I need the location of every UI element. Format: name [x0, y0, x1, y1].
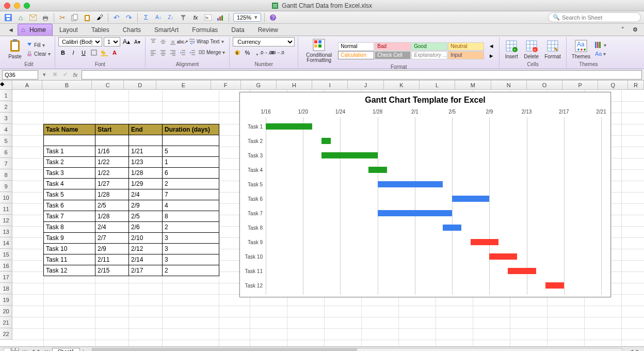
table-cell[interactable]	[129, 135, 163, 146]
show-formulas-icon[interactable]: fx	[203, 12, 213, 23]
zoom-selector[interactable]: 125%▾	[233, 13, 261, 22]
row-header[interactable]: 2	[0, 101, 12, 113]
themes-button[interactable]: AaThemes	[570, 38, 592, 60]
table-cell[interactable]: 2/14	[129, 254, 163, 265]
format-cells-button[interactable]: Format	[542, 38, 563, 60]
scroll-right-icon[interactable]: ▶	[635, 348, 642, 351]
gantt-bar[interactable]	[452, 196, 489, 202]
column-header[interactable]: H	[277, 81, 312, 90]
table-cell[interactable]	[95, 135, 129, 146]
align-top-icon[interactable]	[149, 37, 158, 46]
table-cell[interactable]: 1/23	[129, 157, 163, 168]
formula-input[interactable]	[82, 70, 642, 79]
cell-style-good[interactable]: Good	[411, 42, 447, 51]
insert-cells-button[interactable]: +Insert	[503, 38, 520, 60]
table-header[interactable]: Start	[95, 124, 129, 135]
decrease-font-icon[interactable]: A▾	[133, 37, 142, 46]
column-header[interactable]: B	[42, 81, 92, 90]
gantt-bar[interactable]	[378, 210, 452, 216]
column-header[interactable]: A	[12, 81, 42, 90]
row-header[interactable]: 19	[0, 294, 12, 306]
print-icon[interactable]	[40, 12, 51, 23]
row-header[interactable]: 11	[0, 203, 12, 215]
add-sheet-icon[interactable]: +	[81, 348, 87, 351]
table-cell[interactable]: 1/29	[129, 179, 163, 189]
fill-color-button[interactable]	[100, 48, 109, 57]
table-cell[interactable]: 2/9	[95, 244, 129, 254]
select-all-corner[interactable]: ◆	[0, 81, 12, 90]
undo-icon[interactable]: ↶	[111, 12, 122, 23]
column-header[interactable]: C	[92, 81, 124, 90]
gantt-bar[interactable]	[508, 268, 536, 274]
table-cell[interactable]: Task 12	[44, 265, 95, 276]
table-cell[interactable]: Task 2	[44, 157, 95, 168]
name-box[interactable]: Q36	[2, 70, 38, 79]
column-header[interactable]: O	[527, 81, 562, 90]
align-left-icon[interactable]	[149, 48, 158, 57]
delete-cells-button[interactable]: ×Delete	[522, 38, 541, 60]
gantt-bar[interactable]	[443, 225, 461, 231]
save-icon[interactable]	[3, 12, 13, 23]
cell-style-calculation[interactable]: Calculation	[338, 51, 374, 59]
table-cell[interactable]: 2/5	[95, 200, 129, 211]
column-header[interactable]: E	[156, 81, 211, 90]
table-cell[interactable]: 2/7	[95, 233, 129, 244]
orientation-icon[interactable]: abc↗	[178, 37, 187, 46]
cell-style-normal[interactable]: Normal	[338, 42, 374, 51]
ribbon-tab-home[interactable]: Home	[18, 24, 53, 36]
table-cell[interactable]: 1/22	[95, 157, 129, 168]
gantt-bar[interactable]	[471, 239, 498, 245]
table-cell[interactable]: 2/9	[129, 200, 163, 211]
align-middle-icon[interactable]	[158, 37, 168, 46]
table-header[interactable]: Task Name	[44, 124, 95, 135]
increase-font-icon[interactable]: A▴	[122, 37, 131, 46]
table-cell[interactable]: 3	[163, 254, 219, 265]
table-cell[interactable]: 2/10	[129, 233, 163, 244]
horizontal-scrollbar[interactable]	[92, 348, 622, 352]
table-cell[interactable]: 2/15	[95, 265, 129, 276]
table-cell[interactable]: 1	[163, 157, 219, 168]
home-icon[interactable]: ⌂	[15, 12, 26, 23]
sort-desc-icon[interactable]: Z↓	[166, 12, 176, 23]
table-cell[interactable]: Task 10	[44, 244, 95, 254]
table-cell[interactable]: 2/17	[129, 265, 163, 276]
gantt-bar[interactable]	[545, 282, 564, 289]
cut-icon[interactable]: ✂	[57, 12, 68, 23]
table-cell[interactable]: 1/28	[95, 211, 129, 222]
column-header[interactable]: F	[211, 81, 241, 90]
ribbon-tab-charts[interactable]: Charts	[116, 24, 148, 36]
table-cell[interactable]: Task 1	[44, 146, 95, 157]
column-header[interactable]: I	[312, 81, 348, 90]
help-icon[interactable]: ?	[268, 12, 278, 23]
autosum-icon[interactable]: Σ	[141, 12, 151, 23]
table-cell[interactable]: 3	[163, 233, 219, 244]
table-cell[interactable]: 2/4	[129, 189, 163, 200]
cell-style-bad[interactable]: Bad	[375, 42, 411, 51]
column-header[interactable]: G	[241, 81, 277, 90]
next-sheet-icon[interactable]: ▶	[36, 348, 43, 351]
first-sheet-icon[interactable]: ⏮	[21, 348, 29, 351]
row-header[interactable]: 4	[0, 124, 12, 135]
column-header[interactable]: K	[384, 81, 420, 90]
column-header[interactable]: Q	[598, 81, 628, 90]
decrease-decimal-icon[interactable]: .00→.0	[272, 48, 281, 57]
column-header[interactable]: L	[420, 81, 455, 90]
table-cell[interactable]: 1/22	[95, 168, 129, 179]
gantt-bar[interactable]	[321, 152, 377, 158]
table-cell[interactable]: 1/16	[95, 146, 129, 157]
clear-button[interactable]: Clear▾	[25, 50, 52, 58]
gantt-chart[interactable]: Gantt Chart Template for Excel1/161/201/…	[239, 92, 611, 297]
align-bottom-icon[interactable]	[168, 37, 178, 46]
bold-button[interactable]: B	[58, 48, 68, 57]
number-format-select[interactable]: Currency	[233, 37, 295, 46]
decrease-indent-icon[interactable]	[178, 48, 187, 57]
table-cell[interactable]: Task 8	[44, 222, 95, 233]
row-header[interactable]: 10	[0, 192, 12, 203]
table-cell[interactable]: 2/5	[129, 211, 163, 222]
fill-button[interactable]: Fill▾	[25, 41, 52, 49]
styles-scroll-left-icon[interactable]: ◄	[487, 41, 496, 51]
search-in-sheet[interactable]: 🔍	[548, 12, 641, 22]
table-cell[interactable]: 7	[163, 189, 219, 200]
spreadsheet-grid[interactable]: ◆ ABCDEFGHIJKLMNOPQR 1234567891011121314…	[0, 81, 644, 346]
cell-style-neutral[interactable]: Neutral	[448, 42, 484, 51]
